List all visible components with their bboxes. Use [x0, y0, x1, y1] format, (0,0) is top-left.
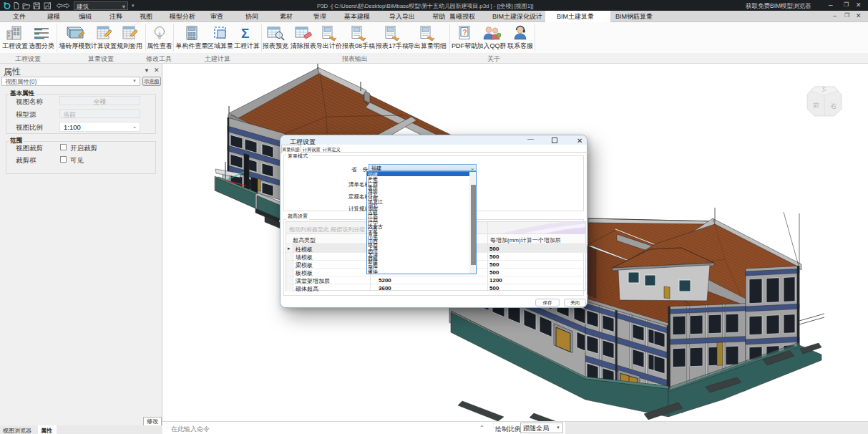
svg-text:前: 前: [813, 102, 819, 109]
svg-text:右: 右: [829, 102, 838, 110]
svg-text:Σ: Σ: [241, 26, 249, 41]
svg-text:?: ?: [463, 29, 467, 37]
